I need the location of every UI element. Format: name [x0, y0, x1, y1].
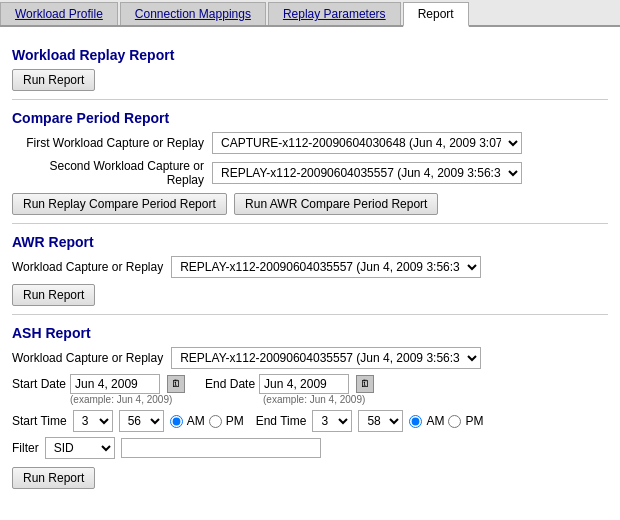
ash-section: ASH Report Workload Capture or Replay RE…	[12, 325, 608, 489]
compare-period-btn-row: Run Replay Compare Period Report Run AWR…	[12, 193, 608, 215]
start-date-label: Start Date	[12, 377, 66, 391]
tab-bar: Workload Profile Connection Mappings Rep…	[0, 0, 620, 27]
awr-capture-select[interactable]: REPLAY-x112-20090604035557 (Jun 4, 2009 …	[171, 256, 481, 278]
divider-1	[12, 99, 608, 100]
start-pm-radio[interactable]	[209, 415, 222, 428]
end-am-label: AM	[426, 414, 444, 428]
first-capture-label: First Workload Capture or Replay	[12, 136, 212, 150]
end-pm-radio[interactable]	[448, 415, 461, 428]
first-capture-row: First Workload Capture or Replay CAPTURE…	[12, 132, 608, 154]
run-replay-compare-button[interactable]: Run Replay Compare Period Report	[12, 193, 227, 215]
workload-replay-section: Workload Replay Report Run Report	[12, 47, 608, 91]
start-date-input[interactable]	[70, 374, 160, 394]
tab-report[interactable]: Report	[403, 2, 469, 27]
second-capture-label: Second Workload Capture or Replay	[12, 159, 212, 187]
workload-replay-title: Workload Replay Report	[12, 47, 608, 63]
awr-btn-row: Run Report	[12, 284, 608, 306]
end-minute-select[interactable]: 58	[358, 410, 403, 432]
end-pm-label: PM	[465, 414, 483, 428]
end-date-label: End Date	[205, 377, 255, 391]
end-date-inputs: End Date 🗓	[205, 374, 374, 394]
divider-2	[12, 223, 608, 224]
tab-connection-mappings[interactable]: Connection Mappings	[120, 2, 266, 25]
awr-section: AWR Report Workload Capture or Replay RE…	[12, 234, 608, 306]
awr-capture-label: Workload Capture or Replay	[12, 260, 171, 274]
start-am-group: AM PM	[170, 414, 244, 428]
start-hour-select[interactable]: 3	[73, 410, 113, 432]
end-hour-select[interactable]: 3	[312, 410, 352, 432]
filter-value-input[interactable]	[121, 438, 321, 458]
start-date-group: Start Date 🗓 (example: Jun 4, 2009)	[12, 374, 185, 405]
end-time-label: End Time	[256, 414, 307, 428]
tab-replay-parameters[interactable]: Replay Parameters	[268, 2, 401, 25]
ash-capture-label: Workload Capture or Replay	[12, 351, 171, 365]
start-date-calendar-icon[interactable]: 🗓	[167, 375, 185, 393]
divider-3	[12, 314, 608, 315]
main-content: Workload Replay Report Run Report Compar…	[0, 27, 620, 505]
start-pm-label: PM	[226, 414, 244, 428]
second-capture-select[interactable]: REPLAY-x112-20090604035557 (Jun 4, 2009 …	[212, 162, 522, 184]
run-awr-compare-button[interactable]: Run AWR Compare Period Report	[234, 193, 438, 215]
ash-capture-row: Workload Capture or Replay REPLAY-x112-2…	[12, 347, 608, 369]
start-time-label: Start Time	[12, 414, 67, 428]
end-am-group: AM PM	[409, 414, 483, 428]
tab-workload-profile[interactable]: Workload Profile	[0, 2, 118, 25]
second-capture-row: Second Workload Capture or Replay REPLAY…	[12, 159, 608, 187]
first-capture-select[interactable]: CAPTURE-x112-20090604030648 (Jun 4, 2009…	[212, 132, 522, 154]
awr-capture-row: Workload Capture or Replay REPLAY-x112-2…	[12, 256, 608, 278]
start-date-example: (example: Jun 4, 2009)	[70, 394, 185, 405]
end-date-input[interactable]	[259, 374, 349, 394]
start-am-label: AM	[187, 414, 205, 428]
start-date-inputs: Start Date 🗓	[12, 374, 185, 394]
ash-capture-select[interactable]: REPLAY-x112-20090604035557 (Jun 4, 2009 …	[171, 347, 481, 369]
end-date-example: (example: Jun 4, 2009)	[263, 394, 374, 405]
end-date-calendar-icon[interactable]: 🗓	[356, 375, 374, 393]
date-row: Start Date 🗓 (example: Jun 4, 2009) End …	[12, 374, 608, 405]
filter-label: Filter	[12, 441, 39, 455]
workload-replay-btn-row: Run Report	[12, 69, 608, 91]
time-row: Start Time 3 56 AM PM End Time 3 58	[12, 410, 608, 432]
start-minute-select[interactable]: 56	[119, 410, 164, 432]
ash-title: ASH Report	[12, 325, 608, 341]
ash-btn-row: Run Report	[12, 467, 608, 489]
filter-row: Filter SID Module Action Client	[12, 437, 608, 459]
compare-period-title: Compare Period Report	[12, 110, 608, 126]
start-am-radio[interactable]	[170, 415, 183, 428]
end-am-radio[interactable]	[409, 415, 422, 428]
filter-select[interactable]: SID Module Action Client	[45, 437, 115, 459]
end-date-group: End Date 🗓 (example: Jun 4, 2009)	[205, 374, 374, 405]
awr-title: AWR Report	[12, 234, 608, 250]
compare-period-section: Compare Period Report First Workload Cap…	[12, 110, 608, 215]
run-report-button-awr[interactable]: Run Report	[12, 284, 95, 306]
run-report-button-ash[interactable]: Run Report	[12, 467, 95, 489]
run-report-button-wr[interactable]: Run Report	[12, 69, 95, 91]
